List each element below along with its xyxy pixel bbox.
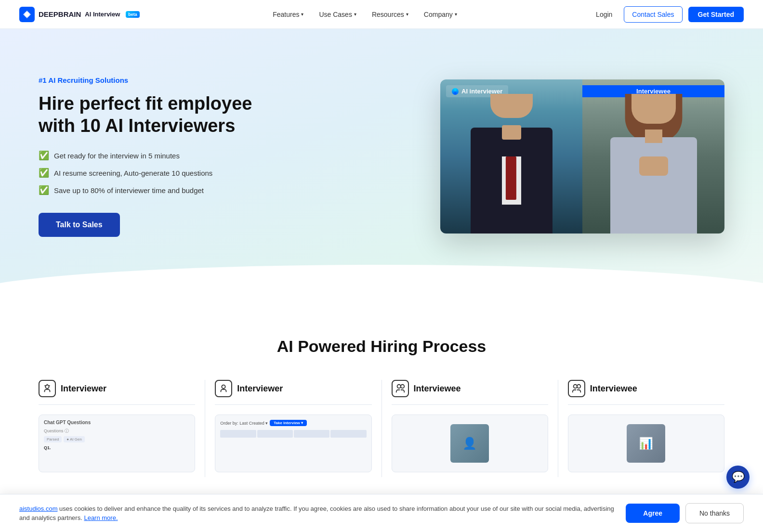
hero-feature-3: ✅ Save up to 80% of interviewer time and…	[39, 185, 270, 195]
col3-icon	[392, 380, 409, 397]
svg-point-7	[577, 385, 580, 388]
head	[490, 94, 533, 118]
chevron-down-icon: ▾	[455, 12, 457, 17]
talk-to-sales-button[interactable]: Talk to Sales	[39, 213, 120, 237]
chevron-down-icon: ▾	[301, 12, 303, 17]
cookie-text: aistudios.com uses cookies to deliver an…	[19, 504, 616, 506]
svg-point-3	[222, 385, 225, 389]
logo-icon	[19, 7, 35, 22]
nav-actions: Login Contact Sales Get Started	[590, 6, 744, 23]
interviewee-neck	[645, 130, 662, 143]
col4-header: Interviewee	[568, 380, 724, 405]
col3-header: Interviewee	[392, 380, 548, 405]
agree-button[interactable]: Agree	[626, 504, 680, 506]
card-thumb-1: Chat GPT Questions Questions ⓘ Parsed ● …	[39, 415, 195, 472]
navbar: DEEPBRAIN AI Interview beta Features ▾ U…	[0, 0, 763, 29]
logo-brand-name: DEEPBRAIN	[39, 10, 81, 18]
col2-role-label: Interviewer	[237, 384, 283, 394]
col4-icon	[568, 380, 585, 397]
nav-use-cases[interactable]: Use Cases ▾	[319, 11, 356, 18]
cookie-site-link[interactable]: aistudios.com	[19, 505, 57, 506]
hero-section: #1 AI Recruiting Solutions Hire perfect …	[0, 29, 763, 298]
process-col-1: Interviewer Chat GPT Questions Questions…	[29, 380, 205, 477]
svg-point-6	[573, 385, 577, 388]
hero-tag: #1 AI Recruiting Solutions	[39, 76, 270, 84]
interviewee-body	[610, 137, 697, 234]
hero-left: #1 AI Recruiting Solutions Hire perfect …	[39, 76, 270, 237]
logo-badge: beta	[126, 11, 140, 18]
svg-point-2	[45, 385, 49, 389]
chevron-down-icon: ▾	[406, 12, 408, 17]
card-thumb-3: 👤	[392, 415, 548, 472]
video-right-panel: Interviewee	[582, 79, 724, 234]
process-col-3: Interviewee 👤	[382, 380, 558, 477]
check-icon: ✅	[39, 150, 49, 161]
hero-feature-2: ✅ AI resume screening, Auto-generate 10 …	[39, 168, 270, 178]
get-started-button[interactable]: Get Started	[688, 7, 744, 22]
card-thumb-4: 📊	[568, 415, 724, 472]
interviewer-icon	[39, 380, 56, 397]
logo[interactable]: DEEPBRAIN AI Interview beta	[19, 7, 140, 22]
svg-point-1	[25, 12, 29, 17]
no-thanks-button[interactable]: No thanks	[685, 503, 744, 506]
col2-header: Interviewer	[215, 380, 371, 405]
hero-right: AI interviewer	[440, 79, 724, 234]
logo-product-name: AI Interview	[85, 11, 120, 18]
nav-company[interactable]: Company ▾	[424, 11, 457, 18]
interviewee-hands	[639, 156, 668, 176]
card-thumb-2: Order by: Last Created ▾ Take Interview …	[215, 415, 371, 472]
tie	[505, 156, 516, 200]
hero-title: Hire perfect fit employee with 10 AI Int…	[39, 93, 270, 137]
nav-features[interactable]: Features ▾	[273, 11, 303, 18]
check-icon: ✅	[39, 168, 49, 178]
cookie-banner: aistudios.com uses cookies to deliver an…	[0, 494, 763, 506]
process-columns: Interviewer Chat GPT Questions Questions…	[29, 380, 734, 477]
hiring-process-section: AI Powered Hiring Process Interviewer Ch…	[0, 298, 763, 506]
section2-title: AI Powered Hiring Process	[29, 337, 734, 356]
hero-feature-1: ✅ Get ready for the interview in 5 minut…	[39, 150, 270, 161]
chat-icon: 💬	[732, 471, 745, 483]
svg-point-5	[400, 385, 404, 388]
svg-point-4	[397, 385, 400, 388]
login-button[interactable]: Login	[590, 7, 618, 22]
interviewee-head	[631, 94, 676, 124]
cookie-actions: Agree No thanks	[626, 503, 744, 506]
col4-role-label: Interviewee	[590, 384, 637, 394]
interviewer-figure	[454, 94, 569, 234]
process-col-2: Interviewer Order by: Last Created ▾ Tak…	[205, 380, 382, 477]
process-col-4: Interviewee 📊	[558, 380, 734, 477]
neck	[502, 125, 521, 140]
nav-resources[interactable]: Resources ▾	[372, 11, 408, 18]
chevron-down-icon: ▾	[354, 12, 356, 17]
video-left-panel: AI interviewer	[440, 79, 582, 234]
check-icon: ✅	[39, 185, 49, 195]
nav-links: Features ▾ Use Cases ▾ Resources ▾ Compa…	[273, 11, 457, 18]
col2-icon	[215, 380, 232, 397]
hero-features: ✅ Get ready for the interview in 5 minut…	[39, 150, 270, 195]
contact-sales-button[interactable]: Contact Sales	[624, 6, 682, 23]
interviewee-figure	[596, 94, 711, 234]
video-panel: AI interviewer	[440, 79, 724, 234]
col3-role-label: Interviewee	[414, 384, 461, 394]
col1-role-label: Interviewer	[61, 384, 106, 394]
col1-header: Interviewer	[39, 380, 195, 405]
chat-bubble[interactable]: 💬	[726, 466, 750, 489]
